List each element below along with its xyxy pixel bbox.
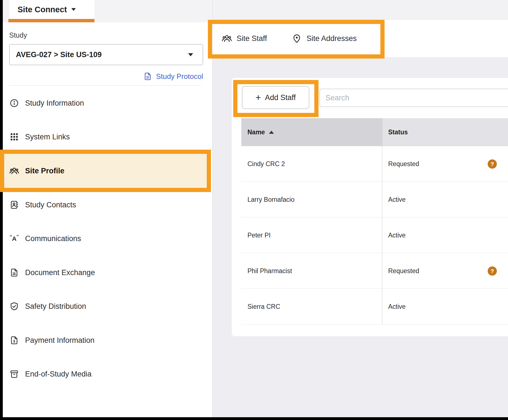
sidebar-item-safety-distribution[interactable]: Safety Distribution [9, 297, 204, 315]
sidebar-item-label: Payment Information [25, 336, 94, 345]
staff-name: Peter PI [241, 217, 382, 253]
sidebar-item-end-of-study-media[interactable]: End-of-Study Media [9, 365, 204, 383]
study-selector-dropdown[interactable]: AVEG-027 > Site US-109 [9, 44, 203, 65]
help-icon[interactable]: ? [488, 266, 497, 276]
staff-name: Phil Pharmacist [241, 253, 382, 289]
chevron-down-icon [188, 53, 193, 56]
document-icon [9, 268, 19, 278]
svg-text:$: $ [13, 339, 15, 343]
sidebar-item-label: Study Contacts [25, 201, 76, 209]
table-row[interactable]: Phil Pharmacist Requested ? [241, 253, 508, 289]
app-tab-site-connect[interactable]: Site Connect [9, 0, 94, 19]
svg-text:’’: ’’ [16, 234, 19, 239]
archive-box-icon [9, 369, 19, 379]
content-top-band [213, 0, 508, 20]
staff-name: Larry Bornafacio [241, 182, 382, 217]
protocol-document-icon [143, 72, 152, 81]
sidebar-item-label: Study Information [25, 99, 84, 108]
tab-site-staff[interactable]: Site Staff [222, 29, 267, 48]
contact-card-icon [9, 200, 19, 210]
status-value: Active [382, 182, 508, 217]
study-protocol-label: Study Protocol [156, 72, 203, 81]
active-tab-underline [8, 19, 94, 22]
app-screen: Site Connect Study AVEG-027 > Site US-10… [0, 0, 508, 420]
sidebar-item-label: Communications [25, 234, 81, 243]
people-group-icon [222, 33, 232, 44]
sidebar-item-label: Document Exchange [25, 268, 95, 277]
column-header-name[interactable]: Name [241, 118, 382, 146]
table-row[interactable]: Cindy CRC 2 Requested ? [241, 146, 508, 182]
staff-name: Sierra CRC [241, 289, 382, 324]
svg-text:‘‘: ‘‘ [10, 234, 12, 239]
broadcast-a-icon: A ‘‘ ’’ [9, 234, 19, 244]
study-label: Study [9, 31, 27, 39]
help-icon[interactable]: ? [488, 159, 497, 169]
shield-check-icon [9, 301, 19, 311]
status-value: Active [382, 217, 508, 253]
add-staff-label: Add Staff [265, 93, 296, 102]
grid-dots-icon [9, 132, 19, 142]
column-header-label: Name [247, 128, 265, 136]
sort-ascending-icon [269, 131, 274, 134]
site-staff-panel: + Add Staff Name Status Cindy CRC 2 Requ… [231, 77, 508, 337]
sidebar-item-communications[interactable]: A ‘‘ ’’ Communications [9, 230, 204, 247]
tab-label: Site Staff [237, 34, 267, 43]
sidebar-item-study-information[interactable]: Study Information [9, 94, 204, 112]
column-header-label: Status [388, 128, 408, 136]
table-row[interactable]: Sierra CRC Active [241, 289, 508, 324]
study-protocol-link[interactable]: Study Protocol [9, 70, 203, 82]
sidebar-item-label: System Links [25, 133, 70, 141]
sidebar-item-payment-information[interactable]: $ Payment Information [9, 331, 204, 349]
add-staff-button[interactable]: + Add Staff [242, 86, 309, 109]
sidebar-item-study-contacts[interactable]: Study Contacts [9, 196, 204, 214]
sidebar-section-divider [9, 85, 201, 86]
sidebar-divider [212, 0, 213, 417]
status-value: Active [382, 289, 508, 324]
search-input[interactable] [319, 89, 508, 107]
tab-site-addresses[interactable]: Site Addresses [291, 29, 357, 48]
map-pin-icon [291, 33, 302, 44]
payment-doc-icon: $ [9, 335, 19, 345]
sidebar-item-document-exchange[interactable]: Document Exchange [9, 264, 204, 281]
table-row[interactable]: Peter PI Active [241, 217, 508, 253]
people-group-icon [9, 166, 19, 176]
info-circle-icon [9, 98, 19, 108]
sidebar-item-system-links[interactable]: System Links [9, 128, 204, 146]
plus-icon: + [256, 93, 261, 102]
study-selector-value: AVEG-027 > Site US-109 [16, 50, 102, 59]
sidebar-item-label: End-of-Study Media [25, 370, 92, 378]
sidebar-item-label: Site Profile [25, 167, 64, 175]
table-header-divider [241, 146, 508, 146]
column-header-status[interactable]: Status [382, 118, 508, 146]
table-column-divider [382, 118, 382, 325]
tab-label: Site Addresses [307, 34, 357, 43]
table-row[interactable]: Larry Bornafacio Active [241, 182, 508, 217]
sidebar-item-label: Safety Distribution [25, 302, 86, 311]
staff-name: Cindy CRC 2 [241, 146, 382, 182]
app-tab-label: Site Connect [18, 5, 67, 14]
sidebar-item-site-profile[interactable]: Site Profile [9, 162, 204, 180]
chevron-down-icon [71, 8, 76, 11]
svg-text:A: A [12, 235, 16, 242]
